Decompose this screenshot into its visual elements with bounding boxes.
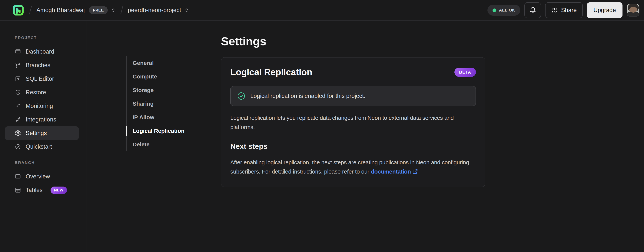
window-icon — [15, 173, 21, 180]
success-check-icon — [237, 92, 246, 100]
status-dot — [492, 8, 496, 12]
sidebar-item-restore[interactable]: Restore — [5, 86, 79, 99]
sidebar-item-settings[interactable]: Settings — [5, 126, 79, 140]
logical-replication-card: Logical Replication BETA Logical replica… — [221, 57, 485, 187]
history-icon — [15, 89, 21, 96]
sidebar-item-monitoring[interactable]: Monitoring — [5, 99, 79, 113]
sidebar-item-label: Tables — [26, 187, 43, 194]
sidebar-item-label: Settings — [26, 130, 47, 136]
next-steps-heading: Next steps — [230, 142, 476, 150]
sidebar: PROJECT Dashboard Branches — [0, 21, 87, 252]
sidebar-section-branch: BRANCH Overview Tables NEW — [5, 160, 86, 197]
chart-line-icon — [15, 103, 21, 109]
settings-nav-delete[interactable]: Delete — [132, 138, 213, 151]
beta-badge: BETA — [454, 68, 476, 77]
sidebar-item-dashboard[interactable]: Dashboard — [5, 45, 79, 58]
settings-nav: General Compute Storage Sharing IP Allow… — [126, 56, 213, 252]
table-icon — [15, 187, 21, 193]
sidebar-item-label: Dashboard — [26, 48, 54, 55]
sidebar-item-label: Integrations — [26, 116, 56, 123]
sidebar-item-branches[interactable]: Branches — [5, 58, 79, 72]
neon-logo-icon — [12, 4, 24, 16]
settings-nav-compute[interactable]: Compute — [132, 70, 213, 83]
share-button[interactable]: Share — [545, 2, 583, 18]
sidebar-section-label: BRANCH — [15, 160, 86, 165]
content-area: General Compute Storage Sharing IP Allow… — [87, 21, 644, 252]
users-icon — [551, 7, 558, 14]
app-body: PROJECT Dashboard Branches — [0, 21, 644, 252]
bell-icon — [529, 7, 536, 14]
next-steps-text: After enabling logical replication, the … — [230, 159, 469, 175]
settings-nav-storage[interactable]: Storage — [132, 83, 213, 97]
neon-logo[interactable] — [12, 4, 24, 16]
breadcrumb-separator — [120, 6, 123, 14]
sidebar-item-label: Branches — [26, 62, 50, 69]
check-circle-icon — [15, 144, 21, 150]
terminal-icon — [15, 76, 21, 82]
header-actions: ALL OK Share Upgrade — [488, 2, 640, 18]
account-selector[interactable]: Amogh Bharadwaj FREE — [36, 6, 116, 14]
sidebar-item-label: Overview — [26, 173, 50, 180]
settings-nav-sharing[interactable]: Sharing — [132, 97, 213, 110]
sidebar-item-integrations[interactable]: Integrations — [5, 113, 79, 126]
notifications-button[interactable] — [524, 2, 541, 18]
next-steps-paragraph: After enabling logical replication, the … — [230, 158, 476, 176]
settings-nav-logical-replication[interactable]: Logical Replication — [132, 124, 213, 138]
page-title: Settings — [221, 34, 485, 48]
sidebar-item-label: Monitoring — [26, 102, 53, 110]
window-icon — [15, 48, 21, 55]
documentation-link-label: documentation — [371, 168, 411, 175]
status-label: ALL OK — [499, 8, 515, 13]
new-badge: NEW — [50, 186, 67, 194]
git-branch-icon — [15, 62, 21, 68]
sidebar-item-tables[interactable]: Tables NEW — [5, 183, 79, 197]
account-name: Amogh Bharadwaj — [36, 7, 85, 14]
external-link-icon — [412, 169, 418, 174]
upgrade-label: Upgrade — [594, 7, 616, 14]
chevron-updown-icon — [184, 8, 189, 13]
user-avatar[interactable] — [627, 4, 640, 16]
sidebar-item-quickstart[interactable]: Quickstart — [5, 140, 79, 154]
sidebar-item-label: SQL Editor — [26, 76, 54, 82]
card-title: Logical Replication — [230, 67, 312, 77]
main-panel: Settings Logical Replication BETA Logica… — [221, 21, 485, 252]
sidebar-item-label: Quickstart — [26, 143, 52, 150]
sidebar-item-label: Restore — [26, 89, 46, 96]
status-pill[interactable]: ALL OK — [488, 5, 520, 16]
chevron-updown-icon — [111, 8, 116, 13]
status-banner: Logical replication is enabled for this … — [230, 86, 476, 106]
project-name: peerdb-neon-project — [128, 7, 181, 14]
documentation-link[interactable]: documentation — [371, 168, 418, 175]
settings-nav-ip-allow[interactable]: IP Allow — [132, 110, 213, 124]
share-label: Share — [561, 7, 577, 14]
settings-nav-general[interactable]: General — [132, 56, 213, 70]
card-description: Logical replication lets you replicate d… — [230, 113, 476, 132]
top-bar: Amogh Bharadwaj FREE peerdb-neon-project… — [0, 0, 644, 21]
sync-nodes-icon — [15, 116, 21, 123]
sidebar-item-sql-editor[interactable]: SQL Editor — [5, 72, 79, 86]
project-selector[interactable]: peerdb-neon-project — [128, 7, 189, 14]
sidebar-section-label: PROJECT — [15, 36, 86, 40]
upgrade-button[interactable]: Upgrade — [587, 2, 622, 18]
card-header: Logical Replication BETA — [230, 67, 476, 77]
status-banner-text: Logical replication is enabled for this … — [250, 92, 366, 100]
sidebar-item-overview[interactable]: Overview — [5, 170, 79, 183]
sidebar-section-project: PROJECT Dashboard Branches — [5, 36, 86, 154]
gear-icon — [15, 130, 21, 136]
plan-badge: FREE — [89, 6, 108, 14]
breadcrumb-separator — [29, 6, 32, 14]
